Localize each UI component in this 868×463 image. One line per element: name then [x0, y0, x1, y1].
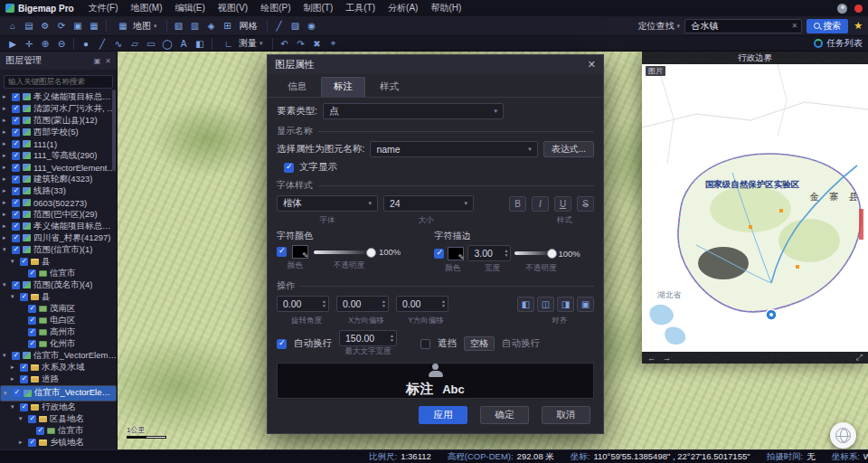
layer-checkbox[interactable]: [12, 105, 20, 113]
char-stroke-opacity-slider[interactable]: [514, 251, 554, 255]
sidebar-scrollbar[interactable]: [112, 90, 116, 171]
layer-checkbox[interactable]: [36, 427, 44, 435]
mask-checkbox[interactable]: [420, 339, 430, 349]
rect-tool-icon[interactable]: ▭: [144, 37, 158, 51]
layer-checkbox[interactable]: [28, 305, 36, 313]
snap-icon[interactable]: ⌖: [326, 37, 341, 51]
font-family-select[interactable]: 楷体 ▾: [277, 195, 378, 212]
layer-search-input[interactable]: [4, 75, 113, 89]
marker-icon[interactable]: ◉: [305, 19, 319, 33]
char-color-opacity-slider[interactable]: [314, 250, 373, 254]
admin-boundary-map[interactable]: 国家级自然保护区实验区 金 寨 县 湖北省: [642, 64, 868, 352]
point-tool-icon[interactable]: ●: [79, 37, 93, 51]
offset-x-stepper[interactable]: 0.00 ▲▼: [336, 296, 389, 312]
tree-expander-icon[interactable]: ▸: [3, 234, 9, 241]
text-display-checkbox[interactable]: [284, 163, 294, 173]
layer-checkbox[interactable]: [12, 164, 20, 172]
tree-expander-icon[interactable]: ▸: [3, 222, 9, 230]
stroke-width-stepper[interactable]: 3.00 ▲▼: [467, 245, 511, 261]
layer-checkbox[interactable]: [28, 317, 36, 325]
layer-checkbox[interactable]: [12, 117, 20, 125]
tree-expander-icon[interactable]: ▸: [3, 93, 9, 100]
select-cursor-icon[interactable]: ▶: [5, 37, 20, 51]
layer-tree-item[interactable]: ▸范围(巴中区)(29): [0, 209, 117, 221]
tree-expander-icon[interactable]: ▸: [3, 128, 9, 136]
save-icon[interactable]: ▣: [71, 19, 85, 33]
expand-icon[interactable]: ⤢: [856, 353, 863, 363]
layer-tree-item[interactable]: ▸线路(33): [0, 185, 117, 197]
layer-checkbox[interactable]: [28, 328, 36, 336]
layer-checkbox[interactable]: [12, 152, 20, 160]
layer-tree-item[interactable]: ▾范围(茂名市)(4): [0, 279, 117, 291]
layer-tree-item[interactable]: ▸水系及水域: [0, 362, 117, 373]
stepper-arrows-icon[interactable]: ▲▼: [441, 299, 446, 308]
layer-tree-item[interactable]: 化州市: [0, 338, 117, 350]
layer-checkbox[interactable]: [20, 403, 28, 411]
layer-tree-item[interactable]: ▸0603(502273): [0, 197, 117, 209]
globe-button[interactable]: [830, 422, 856, 449]
autowrap-checkbox[interactable]: [277, 339, 287, 349]
layer-tree-item[interactable]: 信宜市: [0, 268, 117, 279]
undo-icon[interactable]: ↶: [278, 37, 292, 51]
char-color-swatch[interactable]: [292, 245, 308, 259]
layer-checkbox[interactable]: [28, 340, 36, 348]
tree-expander-icon[interactable]: ▸: [3, 211, 9, 218]
tree-expander-icon[interactable]: ▸: [3, 164, 9, 171]
layer-tree-item[interactable]: ▸111(1): [0, 138, 117, 150]
measure-dropdown[interactable]: ∟ 测量 ▾: [217, 35, 268, 52]
favorite-star-icon[interactable]: ★: [854, 20, 863, 32]
layer-tree-item[interactable]: ▾信宜市_VectorElement...: [0, 350, 117, 362]
redo-icon[interactable]: ↷: [294, 37, 308, 51]
layer-tree-item[interactable]: ▸四川省_村界(41297): [0, 232, 117, 244]
menu-item[interactable]: 工具(T): [340, 0, 381, 16]
tree-expander-icon[interactable]: ▾: [3, 246, 9, 253]
stepper-arrows-icon[interactable]: ▲▼: [322, 299, 326, 308]
layer-checkbox[interactable]: [12, 352, 20, 360]
font-size-select[interactable]: 24 ▾: [383, 195, 474, 212]
expression-button[interactable]: 表达式...: [543, 141, 594, 157]
layer-checkbox[interactable]: [12, 281, 20, 289]
user-avatar-icon[interactable]: [837, 4, 847, 14]
layer-tree-item[interactable]: ▸西部学校(5): [0, 127, 117, 138]
layer-tree-item[interactable]: ▸乡镇地名: [0, 437, 117, 449]
layer-tree-item[interactable]: ▸孝义储能项目标总图(26...: [0, 91, 117, 103]
menu-item[interactable]: 绘图(P): [255, 0, 296, 16]
menu-item[interactable]: 文件(F): [83, 0, 124, 16]
zoom-in-icon[interactable]: ⊕: [38, 37, 52, 51]
feature-type-select[interactable]: 点 ▾: [323, 103, 504, 119]
tree-expander-icon[interactable]: ▾: [3, 281, 9, 288]
stepper-arrows-icon[interactable]: ▲▼: [390, 334, 394, 343]
prev-arrow-icon[interactable]: ←: [647, 354, 656, 363]
max-text-width-stepper[interactable]: 150.00 ▲▼: [339, 330, 397, 346]
dialog-close-icon[interactable]: ✕: [588, 59, 596, 71]
table-icon[interactable]: ▦: [87, 19, 101, 33]
stepper-arrows-icon[interactable]: ▲▼: [382, 299, 386, 308]
align-left-icon[interactable]: ◧: [517, 297, 534, 312]
layer-tree-item[interactable]: ▸111_VectorElement(34): [0, 162, 117, 174]
grid-icon[interactable]: ⊞: [221, 19, 235, 33]
admin-boundary-header[interactable]: 行政边界: [642, 52, 868, 64]
space-button[interactable]: 空格: [464, 336, 495, 351]
layer-checkbox[interactable]: [12, 222, 20, 231]
dock-panel-icon[interactable]: ▣: [94, 57, 101, 65]
tree-expander-icon[interactable]: ▸: [3, 140, 9, 147]
notification-badge[interactable]: [854, 5, 863, 13]
fill-color-icon[interactable]: ◧: [193, 37, 207, 51]
layer-checkbox[interactable]: [12, 211, 20, 219]
pan-icon[interactable]: ✛: [22, 37, 36, 51]
overlay-icon[interactable]: ▨: [288, 19, 303, 33]
layer-checkbox[interactable]: [20, 293, 28, 301]
tab-style[interactable]: 样式: [367, 77, 411, 97]
bold-button[interactable]: B: [509, 196, 526, 212]
layer-checkbox[interactable]: [20, 258, 28, 266]
layer-tree-item[interactable]: ▾区县地名: [0, 413, 117, 425]
layer-tree-item[interactable]: 电白区: [0, 315, 117, 326]
strikethrough-button[interactable]: S: [577, 196, 594, 212]
layer-checkbox[interactable]: [28, 269, 36, 278]
stepper-arrows-icon[interactable]: ▲▼: [505, 249, 509, 258]
layer-tree-item[interactable]: ▾信宜市_VectorElement...: [0, 385, 117, 402]
layer-checkbox[interactable]: [13, 389, 21, 397]
layers-icon[interactable]: ▤: [22, 19, 36, 33]
menu-item[interactable]: 分析(A): [382, 0, 423, 16]
zoom-out-icon[interactable]: ⊖: [54, 37, 69, 51]
